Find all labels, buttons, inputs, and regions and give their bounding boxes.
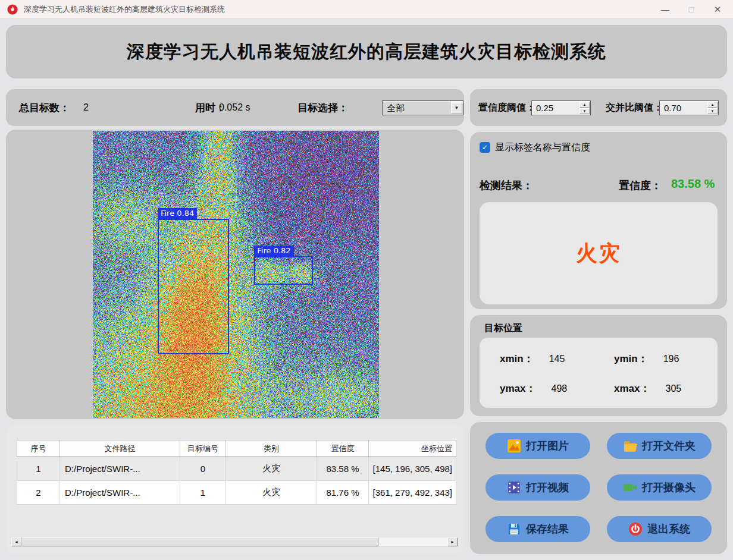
open-camera-button[interactable]: 打开摄像头 (607, 474, 712, 501)
folder-icon (623, 439, 637, 453)
close-button[interactable]: ✕ (704, 0, 731, 19)
power-icon (628, 522, 643, 536)
cell-filepath[interactable]: D:/Project/SWIR-... (60, 457, 180, 481)
save-results-button[interactable]: 保存结果 (485, 516, 590, 542)
results-table-panel: 序号 文件路径 目标编号 类别 置信度 坐标位置 1 D:/Project/SW… (6, 425, 464, 554)
result-label: 检测结果： (480, 178, 533, 193)
scrollbar-thumb[interactable] (21, 537, 378, 546)
open-folder-label: 打开文件夹 (642, 439, 696, 453)
image-icon (507, 439, 521, 453)
show-labels-checkbox[interactable]: ✓ (480, 142, 490, 153)
header-panel: 深度学习无人机吊装短波红外的高层建筑火灾目标检测系统 (6, 25, 727, 78)
cell-class[interactable]: 火灾 (226, 457, 317, 481)
app-window: 深度学习无人机吊装短波红外的高层建筑火灾目标检测系统 — □ ✕ 深度学习无人机… (0, 0, 733, 560)
chevron-down-icon[interactable]: ▼ (451, 102, 462, 114)
detection-label: Fire 0.84 (158, 208, 197, 219)
target-position-box: xmin：145 ymin：196 ymax：498 xmax：305 (480, 338, 718, 408)
cell-coordinates[interactable]: [361, 279, 492, 343] (369, 481, 456, 505)
threshold-panel: 置信度阈值： 0.25 ▲ ▼ 交并比阈值： 0.70 ▲ ▼ (470, 89, 727, 126)
open-image-label: 打开图片 (526, 439, 569, 453)
cell-filepath[interactable]: D:/Project/SWIR-... (60, 481, 180, 505)
exit-system-button[interactable]: 退出系统 (607, 516, 712, 542)
save-icon (507, 522, 521, 536)
iou-threshold-spinbox[interactable]: 0.70 ▲ ▼ (659, 100, 719, 115)
spin-up-icon[interactable]: ▲ (579, 102, 590, 108)
confidence-value: 83.58 % (671, 177, 715, 191)
actions-panel: 打开图片 打开文件夹 打开视频 打开摄像头 (470, 422, 727, 554)
fire-app-icon (7, 4, 18, 15)
conf-threshold-spinbox[interactable]: 0.25 ▲ ▼ (531, 100, 591, 115)
detection-box-fire-2: Fire 0.82 (254, 256, 312, 285)
target-select-label: 目标选择： (297, 101, 348, 115)
results-table: 序号 文件路径 目标编号 类别 置信度 坐标位置 1 D:/Project/SW… (17, 440, 456, 505)
scroll-right-icon[interactable]: ► (447, 537, 458, 546)
open-video-label: 打开视频 (526, 480, 569, 495)
cell-class[interactable]: 火灾 (226, 481, 317, 505)
xmin-label: xmin： (500, 353, 534, 364)
target-position-panel: 目标位置 xmin：145 ymin：196 ymax：498 xmax：305 (470, 315, 727, 416)
cell-confidence[interactable]: 81.76 % (317, 481, 369, 505)
elapsed-time-value: 0.052 s (219, 102, 250, 113)
table-row[interactable]: 1 D:/Project/SWIR-... 0 火灾 83.58 % [145,… (17, 457, 456, 481)
save-results-label: 保存结果 (526, 522, 569, 536)
open-camera-label: 打开摄像头 (642, 480, 696, 495)
ymin-label: ymin： (614, 353, 648, 364)
col-class: 类别 (226, 441, 317, 457)
cell-target-id[interactable]: 1 (180, 481, 226, 505)
xmax-value: 305 (665, 383, 681, 394)
target-position-title: 目标位置 (484, 322, 522, 335)
xmax-label: xmax： (614, 383, 650, 394)
table-header-row: 序号 文件路径 目标编号 类别 置信度 坐标位置 (17, 441, 456, 457)
detection-label: Fire 0.82 (254, 246, 293, 256)
total-targets-label: 总目标数： (19, 101, 70, 115)
iou-threshold-label: 交并比阈值： (606, 102, 663, 114)
open-video-button[interactable]: 打开视频 (485, 474, 590, 501)
maximize-button[interactable]: □ (678, 0, 704, 19)
result-value-box: 火灾 (480, 202, 718, 304)
spin-up-icon[interactable]: ▲ (707, 102, 718, 108)
minimize-button[interactable]: — (652, 0, 678, 19)
cell-target-id[interactable]: 0 (180, 457, 226, 481)
page-title: 深度学习无人机吊装短波红外的高层建筑火灾目标检测系统 (6, 25, 727, 78)
spin-down-icon[interactable]: ▼ (707, 108, 718, 114)
camera-icon (623, 480, 637, 495)
target-select-value: 全部 (387, 101, 405, 115)
conf-threshold-value: 0.25 (536, 101, 553, 115)
col-filepath: 文件路径 (60, 441, 180, 457)
col-coordinates: 坐标位置 (369, 441, 456, 457)
cell-confidence[interactable]: 83.58 % (317, 457, 369, 481)
table-row[interactable]: 2 D:/Project/SWIR-... 1 火灾 81.76 % [361,… (17, 481, 456, 505)
cell-index[interactable]: 2 (17, 481, 60, 505)
exit-system-label: 退出系统 (647, 522, 690, 536)
detection-result-panel: ✓ 显示标签名称与置信度 检测结果： 置信度： 83.58 % 火灾 (470, 132, 727, 309)
detection-box-fire-1: Fire 0.84 (158, 219, 229, 354)
swir-image: Fire 0.84 Fire 0.82 (93, 131, 379, 418)
ymax-value: 498 (551, 383, 567, 394)
stats-panel: 总目标数： 2 用时： 0.052 s 目标选择： 全部 ▼ (6, 89, 464, 126)
title-bar[interactable]: 深度学习无人机吊装短波红外的高层建筑火灾目标检测系统 — □ ✕ (0, 0, 733, 19)
result-class-value: 火灾 (480, 202, 718, 304)
cell-index[interactable]: 1 (17, 457, 60, 481)
scroll-left-icon[interactable]: ◄ (11, 537, 21, 546)
ymax-label: ymax： (500, 383, 535, 394)
cell-coordinates[interactable]: [145, 196, 305, 498] (369, 457, 456, 481)
swir-thermal-image (93, 131, 379, 418)
video-icon (507, 480, 521, 495)
window-title: 深度学习无人机吊装短波红外的高层建筑火灾目标检测系统 (24, 0, 225, 19)
conf-threshold-label: 置信度阈值： (478, 102, 535, 114)
show-labels-checkbox-label[interactable]: 显示标签名称与置信度 (495, 141, 590, 154)
target-select-combobox[interactable]: 全部 ▼ (382, 100, 463, 115)
open-folder-button[interactable]: 打开文件夹 (607, 433, 712, 459)
ymin-value: 196 (663, 354, 679, 364)
col-target-id: 目标编号 (180, 441, 226, 457)
iou-threshold-value: 0.70 (664, 101, 681, 115)
col-index: 序号 (17, 441, 60, 457)
col-confidence: 置信度 (317, 441, 369, 457)
horizontal-scrollbar[interactable]: ◄ ► (11, 537, 458, 547)
open-image-button[interactable]: 打开图片 (485, 433, 590, 459)
spin-down-icon[interactable]: ▼ (579, 108, 590, 114)
total-targets-value: 2 (83, 102, 89, 113)
confidence-label: 置信度： (619, 178, 662, 193)
image-display-panel: Fire 0.84 Fire 0.82 (6, 130, 464, 419)
xmin-value: 145 (549, 354, 565, 364)
